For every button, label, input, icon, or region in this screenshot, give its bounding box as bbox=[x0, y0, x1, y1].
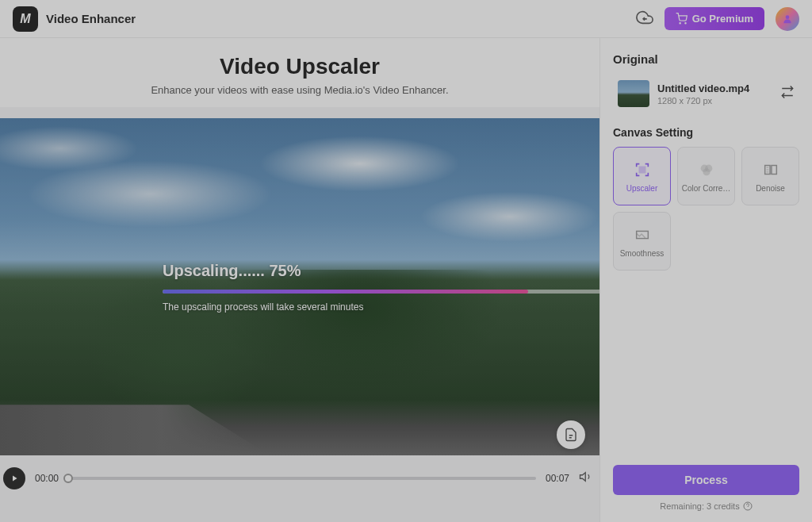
play-button[interactable] bbox=[3, 467, 25, 489]
process-button[interactable]: Process bbox=[613, 465, 799, 495]
duration-time: 00:07 bbox=[546, 473, 569, 484]
tool-denoise[interactable]: Denoise bbox=[741, 147, 799, 205]
settings-sidebar: Original Untitled video.mp4 1280 x 720 p… bbox=[599, 38, 812, 522]
tool-smoothness-label: Smoothness bbox=[619, 249, 666, 258]
progress-bar bbox=[163, 290, 599, 294]
progress-note: The upscaling process will take several … bbox=[163, 301, 437, 313]
header-right: Go Premium bbox=[636, 7, 799, 31]
video-preview: Upscaling...... 75% The upscaling proces… bbox=[0, 118, 599, 455]
progress-bar-fill bbox=[163, 290, 528, 294]
title-section: Video Upscaler Enhance your videos with … bbox=[0, 38, 599, 107]
svg-point-0 bbox=[680, 23, 680, 24]
svg-point-1 bbox=[685, 23, 686, 24]
original-file-card: Untitled video.mp4 1280 x 720 px bbox=[613, 75, 799, 112]
note-icon bbox=[564, 428, 578, 442]
cloud-sync-icon[interactable] bbox=[636, 9, 653, 29]
play-icon bbox=[10, 474, 19, 483]
svg-rect-4 bbox=[639, 167, 645, 172]
progress-overlay: Upscaling...... 75% The upscaling proces… bbox=[0, 118, 599, 455]
original-heading: Original bbox=[613, 52, 799, 66]
svg-rect-9 bbox=[771, 165, 776, 174]
file-dimensions: 1280 x 720 px bbox=[657, 96, 772, 106]
current-time: 00:00 bbox=[35, 473, 59, 484]
timeline-thumb[interactable] bbox=[63, 474, 73, 483]
process-section: Process Remaining: 3 credits bbox=[613, 465, 799, 511]
smoothness-icon bbox=[633, 225, 652, 244]
timeline-scrubber[interactable] bbox=[68, 477, 536, 480]
app-logo[interactable]: M bbox=[13, 6, 38, 32]
tool-color-label: Color Corre… bbox=[680, 184, 733, 193]
user-avatar[interactable] bbox=[776, 7, 799, 31]
tool-upscaler-label: Upscaler bbox=[625, 184, 659, 193]
file-info: Untitled video.mp4 1280 x 720 px bbox=[657, 83, 772, 106]
tool-denoise-label: Denoise bbox=[754, 184, 787, 193]
cart-icon bbox=[676, 13, 688, 25]
swap-icon bbox=[780, 85, 795, 99]
file-name: Untitled video.mp4 bbox=[657, 83, 772, 94]
page-subtitle: Enhance your videos with ease using Medi… bbox=[0, 84, 599, 96]
page-title: Video Upscaler bbox=[0, 54, 599, 79]
volume-button[interactable] bbox=[579, 470, 593, 487]
color-correction-icon bbox=[697, 160, 716, 179]
player-bar: 00:00 00:07 bbox=[0, 455, 599, 501]
denoise-icon bbox=[761, 160, 780, 179]
credits-label: Remaining: 3 credits bbox=[660, 501, 739, 511]
user-icon bbox=[782, 13, 793, 25]
header-left: M Video Enhancer bbox=[13, 6, 136, 32]
video-thumbnail bbox=[618, 80, 649, 107]
canvas-setting-heading: Canvas Setting bbox=[613, 126, 799, 139]
tool-grid: Upscaler Color Corre… Denoise Smoothness bbox=[613, 147, 799, 271]
info-icon[interactable] bbox=[743, 501, 753, 511]
tool-upscaler[interactable]: Upscaler bbox=[613, 147, 671, 205]
go-premium-button[interactable]: Go Premium bbox=[665, 7, 764, 30]
svg-point-2 bbox=[786, 15, 790, 19]
app-layout: Video Upscaler Enhance your videos with … bbox=[0, 38, 812, 522]
app-title: Video Enhancer bbox=[46, 12, 136, 25]
svg-marker-3 bbox=[580, 473, 586, 482]
app-header: M Video Enhancer Go Premium bbox=[0, 0, 812, 38]
svg-point-7 bbox=[703, 168, 710, 175]
tool-color-correction[interactable]: Color Corre… bbox=[677, 147, 735, 205]
premium-label: Go Premium bbox=[692, 13, 753, 25]
main-area: Video Upscaler Enhance your videos with … bbox=[0, 38, 599, 522]
progress-label: Upscaling...... 75% bbox=[163, 262, 437, 280]
tool-smoothness[interactable]: Smoothness bbox=[613, 212, 671, 271]
notes-button[interactable] bbox=[557, 420, 585, 449]
swap-file-button[interactable] bbox=[780, 85, 795, 102]
upscaler-icon bbox=[633, 160, 652, 179]
credits-remaining: Remaining: 3 credits bbox=[613, 501, 799, 511]
volume-icon bbox=[579, 470, 593, 484]
